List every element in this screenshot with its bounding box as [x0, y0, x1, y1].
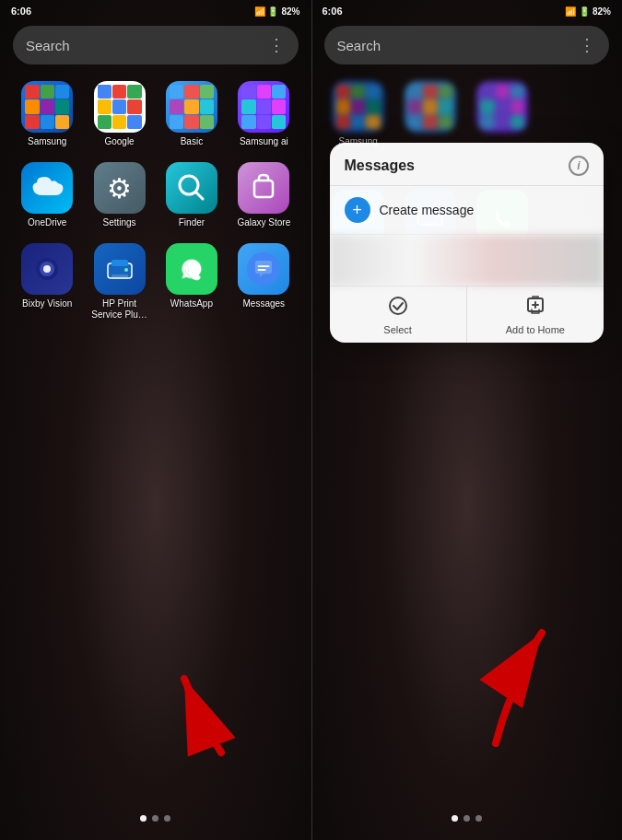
popup-add-home-action[interactable]: Add to Home — [467, 286, 604, 343]
app-samsung[interactable]: Samsung — [15, 81, 79, 147]
left-battery: 82% — [281, 6, 299, 17]
right-app-folder2 — [398, 81, 463, 147]
right-status-symbols: 📶 🔋 — [565, 6, 590, 17]
right-page-dots — [311, 815, 623, 822]
popup-create-message[interactable]: + Create message — [330, 186, 604, 235]
left-search-menu-icon[interactable]: ⋮ — [268, 35, 286, 55]
app-ondrive-label: OneDrive — [28, 217, 66, 228]
svg-point-5 — [43, 265, 51, 273]
messages-popup: Messages i + Create message Select — [330, 143, 604, 343]
left-page-dots — [0, 815, 311, 822]
app-settings-icon: ⚙ — [94, 162, 146, 214]
right-empty-slot — [543, 81, 607, 147]
app-samsung-icon — [21, 81, 73, 133]
panel-divider — [311, 0, 312, 840]
app-whatsapp-label: WhatsApp — [170, 298, 213, 309]
svg-rect-7 — [111, 260, 128, 266]
app-finder-label: Finder — [179, 217, 205, 228]
right-time: 6:06 — [323, 6, 343, 17]
left-time: 6:06 — [11, 6, 31, 17]
popup-add-home-label: Add to Home — [506, 324, 565, 335]
svg-rect-12 — [258, 265, 270, 267]
popup-header: Messages i — [330, 143, 604, 186]
right-dot-3 — [475, 815, 482, 822]
left-status-icons: 📶 🔋 82% — [254, 6, 300, 17]
dot-3 — [164, 815, 170, 822]
left-app-row2: OneDrive ⚙ Settings Finder — [0, 155, 311, 236]
right-search-menu-icon[interactable]: ⋮ — [579, 35, 596, 55]
app-galaxystore[interactable]: Galaxy Store — [231, 162, 296, 228]
svg-point-15 — [390, 298, 406, 314]
app-google-label: Google — [104, 136, 134, 147]
popup-actions: Select Add to Home — [330, 286, 604, 343]
app-samsung-label: Samsung — [28, 136, 66, 147]
dot-2 — [152, 815, 158, 822]
app-samsungai-label: Samsung ai — [240, 136, 288, 147]
dot-1 — [140, 815, 147, 822]
status-icons-symbols: 📶 🔋 — [254, 6, 279, 17]
svg-rect-2 — [254, 181, 273, 197]
app-samsungai[interactable]: Samsung ai — [231, 81, 296, 147]
svg-rect-13 — [258, 269, 266, 271]
app-whatsapp[interactable]: WhatsApp — [159, 243, 224, 321]
app-basic-icon — [166, 81, 217, 133]
app-galaxystore-icon — [238, 162, 289, 214]
left-app-row3: Bixby Vision HP Print Service Plu… — [0, 236, 311, 328]
popup-select-icon — [388, 296, 408, 321]
app-basic-label: Basic — [181, 136, 203, 147]
right-battery: 82% — [593, 6, 611, 17]
app-basic[interactable]: Basic — [159, 81, 224, 147]
app-messages[interactable]: Messages — [231, 243, 296, 321]
app-samsungai-icon — [238, 81, 289, 133]
left-status-bar: 6:06 📶 🔋 82% — [0, 0, 311, 20]
right-dot-2 — [464, 815, 470, 822]
popup-info-icon[interactable]: i — [569, 156, 589, 176]
left-app-row1: Samsung Google — [0, 74, 311, 155]
app-bixby[interactable]: Bixby Vision — [15, 243, 79, 321]
popup-message-preview — [330, 235, 604, 286]
app-galaxystore-label: Galaxy Store — [237, 217, 290, 228]
app-hp-label: HP Print Service Plu… — [87, 298, 151, 321]
left-search-bar[interactable]: Search ⋮ — [13, 26, 299, 64]
app-ondrive[interactable]: OneDrive — [15, 162, 79, 228]
right-app-folder2-icon — [405, 81, 456, 133]
right-status-icons: 📶 🔋 82% — [565, 6, 611, 17]
app-ondrive-icon — [21, 162, 73, 214]
app-hp-icon — [94, 243, 146, 295]
app-hp[interactable]: HP Print Service Plu… — [87, 243, 151, 321]
app-finder[interactable]: Finder — [159, 162, 224, 228]
right-app-samsung-icon — [333, 81, 384, 133]
right-status-bar: 6:06 📶 🔋 82% — [311, 0, 623, 20]
app-google-icon — [94, 81, 146, 133]
app-google[interactable]: Google — [87, 81, 151, 147]
popup-create-label: Create message — [380, 203, 475, 217]
svg-line-1 — [195, 192, 203, 199]
app-bixby-label: Bixby Vision — [22, 298, 72, 309]
app-settings-label: Settings — [102, 217, 135, 228]
app-bixby-icon — [21, 243, 73, 295]
svg-rect-8 — [111, 274, 128, 279]
right-search-bar[interactable]: Search ⋮ — [324, 26, 610, 64]
right-app-folder3 — [470, 81, 534, 147]
app-finder-icon — [166, 162, 217, 214]
popup-select-action[interactable]: Select — [330, 286, 467, 343]
svg-point-9 — [124, 268, 128, 272]
app-messages-label: Messages — [243, 298, 286, 309]
right-panel: 6:06 📶 🔋 82% Search ⋮ — [311, 0, 623, 840]
left-panel: 6:06 📶 🔋 82% Search ⋮ — [0, 0, 311, 840]
app-settings[interactable]: ⚙ Settings — [87, 162, 151, 228]
right-search-text: Search — [337, 38, 570, 53]
right-app-samsung: Samsung — [326, 81, 391, 147]
popup-select-label: Select — [383, 324, 412, 335]
popup-title: Messages — [345, 158, 416, 174]
app-whatsapp-icon — [166, 243, 217, 295]
create-plus-icon: + — [345, 197, 370, 223]
settings-gear-icon: ⚙ — [107, 172, 132, 204]
left-search-text: Search — [26, 38, 259, 53]
right-app-folder3-icon — [476, 81, 528, 133]
popup-add-home-icon — [525, 296, 546, 321]
app-messages-icon — [238, 243, 289, 295]
right-dot-1 — [452, 815, 458, 822]
